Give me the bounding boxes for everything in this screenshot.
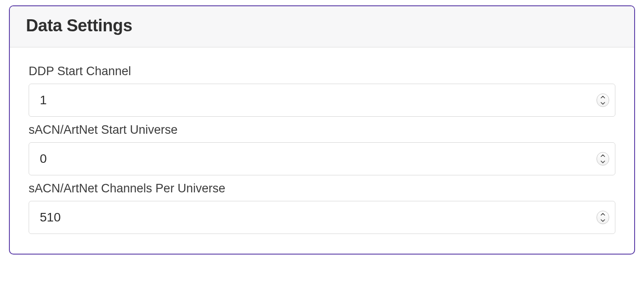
panel-title: Data Settings: [26, 16, 618, 35]
sacn-artnet-channels-per-universe-label: sACN/ArtNet Channels Per Universe: [29, 182, 615, 196]
card-body: DDP Start Channel: [10, 47, 634, 254]
sacn-artnet-channels-per-universe-stepper[interactable]: [597, 211, 609, 224]
sacn-artnet-start-universe-input-wrap: [29, 142, 615, 175]
card-header: Data Settings: [10, 6, 634, 47]
ddp-start-channel-input-wrap: [29, 84, 615, 117]
ddp-start-channel-label: DDP Start Channel: [29, 64, 615, 78]
chevron-down-icon: [601, 102, 605, 105]
field-sacn-artnet-start-universe: sACN/ArtNet Start Universe: [29, 123, 615, 175]
sacn-artnet-channels-per-universe-step-down[interactable]: [597, 217, 609, 224]
sacn-artnet-start-universe-stepper[interactable]: [597, 152, 609, 166]
sacn-artnet-start-universe-step-up[interactable]: [597, 153, 609, 159]
chevron-down-icon: [601, 219, 605, 222]
chevron-up-icon: [601, 154, 605, 157]
ddp-start-channel-step-up[interactable]: [597, 94, 609, 100]
sacn-artnet-start-universe-input[interactable]: [29, 142, 615, 175]
ddp-start-channel-step-down[interactable]: [597, 100, 609, 106]
ddp-start-channel-stepper[interactable]: [597, 94, 609, 107]
sacn-artnet-channels-per-universe-input[interactable]: [29, 201, 615, 234]
field-sacn-artnet-channels-per-universe: sACN/ArtNet Channels Per Universe: [29, 182, 615, 234]
sacn-artnet-channels-per-universe-step-up[interactable]: [597, 211, 609, 217]
chevron-up-icon: [601, 96, 605, 98]
chevron-up-icon: [601, 213, 605, 216]
field-ddp-start-channel: DDP Start Channel: [29, 64, 615, 117]
ddp-start-channel-input[interactable]: [29, 84, 615, 117]
sacn-artnet-start-universe-label: sACN/ArtNet Start Universe: [29, 123, 615, 137]
sacn-artnet-channels-per-universe-input-wrap: [29, 201, 615, 234]
chevron-down-icon: [601, 161, 605, 163]
data-settings-card: Data Settings DDP Start Channel: [9, 5, 635, 255]
sacn-artnet-start-universe-step-down[interactable]: [597, 159, 609, 165]
